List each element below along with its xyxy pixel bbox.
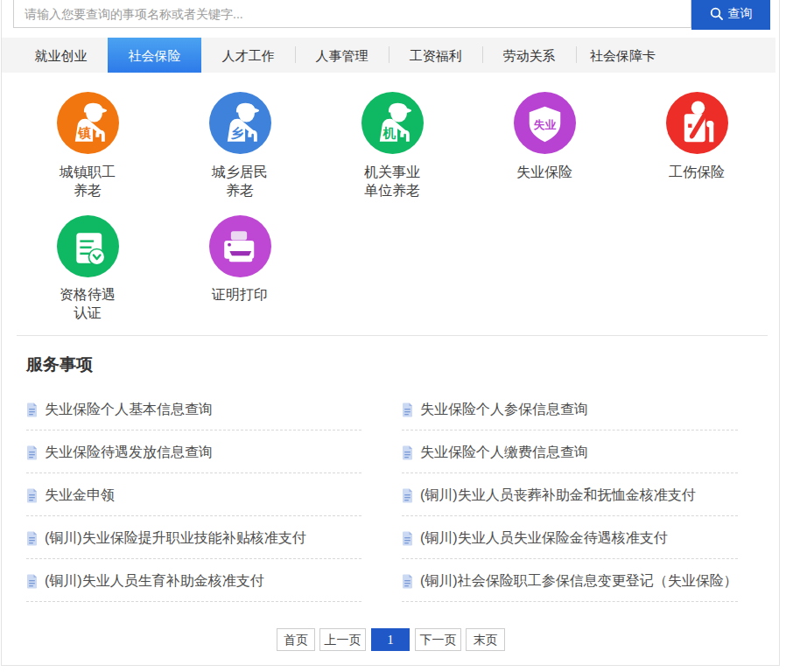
svg-text:失业: 失业 [533, 119, 556, 131]
svg-text:机: 机 [382, 126, 396, 140]
svg-text:乡: 乡 [230, 126, 243, 140]
svg-text:镇: 镇 [77, 126, 91, 140]
